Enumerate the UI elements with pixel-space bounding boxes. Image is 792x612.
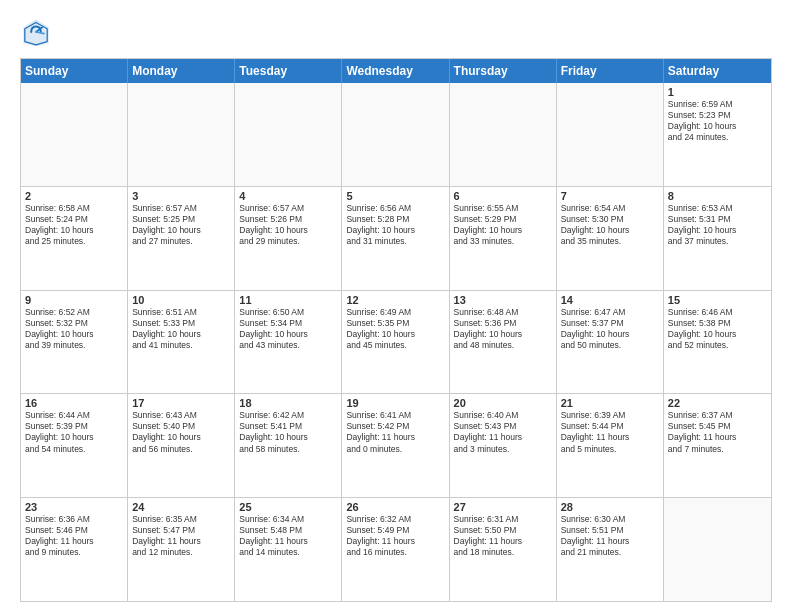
weekday-header-saturday: Saturday: [664, 59, 771, 83]
empty-cell: [21, 83, 128, 186]
day-number: 17: [132, 397, 230, 409]
day-number: 8: [668, 190, 767, 202]
day-number: 11: [239, 294, 337, 306]
day-number: 18: [239, 397, 337, 409]
day-cell-16: 16Sunrise: 6:44 AM Sunset: 5:39 PM Dayli…: [21, 394, 128, 497]
weekday-header-thursday: Thursday: [450, 59, 557, 83]
day-number: 4: [239, 190, 337, 202]
day-cell-1: 1Sunrise: 6:59 AM Sunset: 5:23 PM Daylig…: [664, 83, 771, 186]
day-info: Sunrise: 6:40 AM Sunset: 5:43 PM Dayligh…: [454, 410, 552, 454]
calendar: SundayMondayTuesdayWednesdayThursdayFrid…: [20, 58, 772, 602]
day-number: 3: [132, 190, 230, 202]
day-number: 27: [454, 501, 552, 513]
day-cell-11: 11Sunrise: 6:50 AM Sunset: 5:34 PM Dayli…: [235, 291, 342, 394]
empty-cell: [664, 498, 771, 601]
empty-cell: [557, 83, 664, 186]
day-cell-19: 19Sunrise: 6:41 AM Sunset: 5:42 PM Dayli…: [342, 394, 449, 497]
day-info: Sunrise: 6:39 AM Sunset: 5:44 PM Dayligh…: [561, 410, 659, 454]
day-info: Sunrise: 6:37 AM Sunset: 5:45 PM Dayligh…: [668, 410, 767, 454]
day-number: 9: [25, 294, 123, 306]
day-info: Sunrise: 6:34 AM Sunset: 5:48 PM Dayligh…: [239, 514, 337, 558]
calendar-row-3: 9Sunrise: 6:52 AM Sunset: 5:32 PM Daylig…: [21, 291, 771, 395]
day-cell-18: 18Sunrise: 6:42 AM Sunset: 5:41 PM Dayli…: [235, 394, 342, 497]
day-number: 21: [561, 397, 659, 409]
day-number: 22: [668, 397, 767, 409]
day-cell-17: 17Sunrise: 6:43 AM Sunset: 5:40 PM Dayli…: [128, 394, 235, 497]
day-number: 7: [561, 190, 659, 202]
page: SundayMondayTuesdayWednesdayThursdayFrid…: [0, 0, 792, 612]
day-cell-20: 20Sunrise: 6:40 AM Sunset: 5:43 PM Dayli…: [450, 394, 557, 497]
day-number: 1: [668, 86, 767, 98]
day-cell-10: 10Sunrise: 6:51 AM Sunset: 5:33 PM Dayli…: [128, 291, 235, 394]
day-info: Sunrise: 6:44 AM Sunset: 5:39 PM Dayligh…: [25, 410, 123, 454]
day-number: 26: [346, 501, 444, 513]
day-number: 2: [25, 190, 123, 202]
day-info: Sunrise: 6:58 AM Sunset: 5:24 PM Dayligh…: [25, 203, 123, 247]
day-cell-27: 27Sunrise: 6:31 AM Sunset: 5:50 PM Dayli…: [450, 498, 557, 601]
day-number: 23: [25, 501, 123, 513]
day-info: Sunrise: 6:59 AM Sunset: 5:23 PM Dayligh…: [668, 99, 767, 143]
day-info: Sunrise: 6:46 AM Sunset: 5:38 PM Dayligh…: [668, 307, 767, 351]
day-info: Sunrise: 6:56 AM Sunset: 5:28 PM Dayligh…: [346, 203, 444, 247]
calendar-header: SundayMondayTuesdayWednesdayThursdayFrid…: [21, 59, 771, 83]
day-number: 6: [454, 190, 552, 202]
day-info: Sunrise: 6:50 AM Sunset: 5:34 PM Dayligh…: [239, 307, 337, 351]
day-info: Sunrise: 6:49 AM Sunset: 5:35 PM Dayligh…: [346, 307, 444, 351]
day-cell-23: 23Sunrise: 6:36 AM Sunset: 5:46 PM Dayli…: [21, 498, 128, 601]
day-info: Sunrise: 6:36 AM Sunset: 5:46 PM Dayligh…: [25, 514, 123, 558]
day-cell-26: 26Sunrise: 6:32 AM Sunset: 5:49 PM Dayli…: [342, 498, 449, 601]
day-info: Sunrise: 6:35 AM Sunset: 5:47 PM Dayligh…: [132, 514, 230, 558]
day-number: 20: [454, 397, 552, 409]
empty-cell: [450, 83, 557, 186]
logo-icon: [20, 16, 52, 48]
day-cell-8: 8Sunrise: 6:53 AM Sunset: 5:31 PM Daylig…: [664, 187, 771, 290]
calendar-row-4: 16Sunrise: 6:44 AM Sunset: 5:39 PM Dayli…: [21, 394, 771, 498]
day-info: Sunrise: 6:48 AM Sunset: 5:36 PM Dayligh…: [454, 307, 552, 351]
weekday-header-wednesday: Wednesday: [342, 59, 449, 83]
day-cell-13: 13Sunrise: 6:48 AM Sunset: 5:36 PM Dayli…: [450, 291, 557, 394]
day-info: Sunrise: 6:52 AM Sunset: 5:32 PM Dayligh…: [25, 307, 123, 351]
header: [20, 16, 772, 48]
weekday-header-friday: Friday: [557, 59, 664, 83]
empty-cell: [128, 83, 235, 186]
day-number: 24: [132, 501, 230, 513]
weekday-header-tuesday: Tuesday: [235, 59, 342, 83]
day-info: Sunrise: 6:43 AM Sunset: 5:40 PM Dayligh…: [132, 410, 230, 454]
day-cell-12: 12Sunrise: 6:49 AM Sunset: 5:35 PM Dayli…: [342, 291, 449, 394]
day-cell-22: 22Sunrise: 6:37 AM Sunset: 5:45 PM Dayli…: [664, 394, 771, 497]
empty-cell: [235, 83, 342, 186]
day-cell-14: 14Sunrise: 6:47 AM Sunset: 5:37 PM Dayli…: [557, 291, 664, 394]
calendar-body: 1Sunrise: 6:59 AM Sunset: 5:23 PM Daylig…: [21, 83, 771, 601]
day-info: Sunrise: 6:41 AM Sunset: 5:42 PM Dayligh…: [346, 410, 444, 454]
day-number: 5: [346, 190, 444, 202]
day-info: Sunrise: 6:30 AM Sunset: 5:51 PM Dayligh…: [561, 514, 659, 558]
day-number: 10: [132, 294, 230, 306]
day-info: Sunrise: 6:55 AM Sunset: 5:29 PM Dayligh…: [454, 203, 552, 247]
day-number: 15: [668, 294, 767, 306]
day-number: 19: [346, 397, 444, 409]
empty-cell: [342, 83, 449, 186]
calendar-row-1: 1Sunrise: 6:59 AM Sunset: 5:23 PM Daylig…: [21, 83, 771, 187]
day-number: 25: [239, 501, 337, 513]
day-info: Sunrise: 6:53 AM Sunset: 5:31 PM Dayligh…: [668, 203, 767, 247]
day-cell-15: 15Sunrise: 6:46 AM Sunset: 5:38 PM Dayli…: [664, 291, 771, 394]
day-info: Sunrise: 6:57 AM Sunset: 5:26 PM Dayligh…: [239, 203, 337, 247]
day-number: 28: [561, 501, 659, 513]
calendar-row-5: 23Sunrise: 6:36 AM Sunset: 5:46 PM Dayli…: [21, 498, 771, 601]
calendar-row-2: 2Sunrise: 6:58 AM Sunset: 5:24 PM Daylig…: [21, 187, 771, 291]
day-info: Sunrise: 6:57 AM Sunset: 5:25 PM Dayligh…: [132, 203, 230, 247]
day-cell-2: 2Sunrise: 6:58 AM Sunset: 5:24 PM Daylig…: [21, 187, 128, 290]
day-info: Sunrise: 6:31 AM Sunset: 5:50 PM Dayligh…: [454, 514, 552, 558]
day-cell-21: 21Sunrise: 6:39 AM Sunset: 5:44 PM Dayli…: [557, 394, 664, 497]
day-number: 13: [454, 294, 552, 306]
day-number: 12: [346, 294, 444, 306]
day-cell-6: 6Sunrise: 6:55 AM Sunset: 5:29 PM Daylig…: [450, 187, 557, 290]
day-cell-5: 5Sunrise: 6:56 AM Sunset: 5:28 PM Daylig…: [342, 187, 449, 290]
day-number: 14: [561, 294, 659, 306]
day-cell-28: 28Sunrise: 6:30 AM Sunset: 5:51 PM Dayli…: [557, 498, 664, 601]
day-info: Sunrise: 6:42 AM Sunset: 5:41 PM Dayligh…: [239, 410, 337, 454]
weekday-header-monday: Monday: [128, 59, 235, 83]
weekday-header-sunday: Sunday: [21, 59, 128, 83]
day-number: 16: [25, 397, 123, 409]
day-cell-4: 4Sunrise: 6:57 AM Sunset: 5:26 PM Daylig…: [235, 187, 342, 290]
